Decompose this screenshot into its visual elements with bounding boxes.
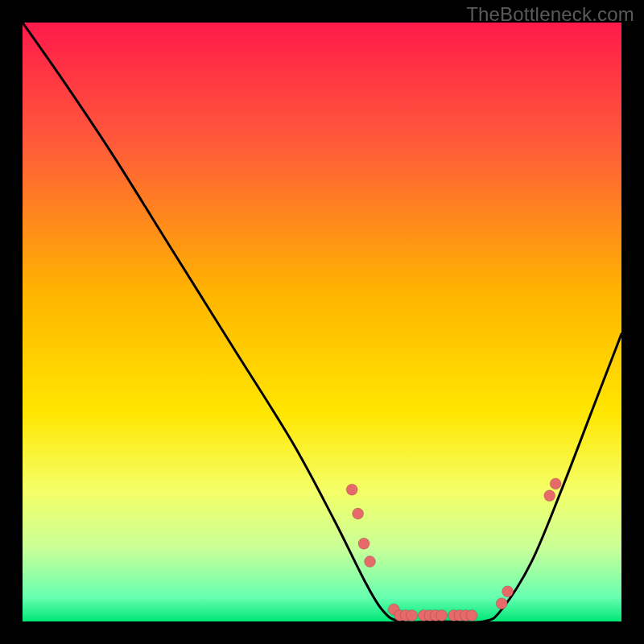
data-marker [466, 610, 477, 621]
data-marker [358, 538, 369, 549]
data-marker [502, 586, 514, 597]
plot-area [23, 23, 621, 621]
data-marker [346, 484, 357, 495]
data-marker [407, 610, 418, 621]
data-marker [353, 508, 364, 519]
watermark-label: TheBottleneck.com [466, 3, 634, 26]
chart-svg [23, 23, 621, 621]
data-marker [496, 598, 507, 609]
data-marker [365, 556, 376, 568]
chart-frame: TheBottleneck.com [0, 0, 644, 644]
data-marker [436, 610, 448, 621]
data-marker [550, 478, 561, 489]
data-marker [544, 490, 555, 502]
svg-rect-0 [23, 23, 621, 621]
